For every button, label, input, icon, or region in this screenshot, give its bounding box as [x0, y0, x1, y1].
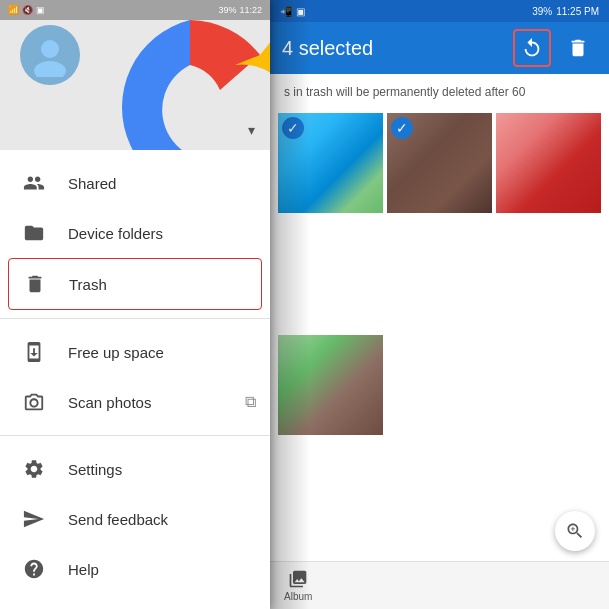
- battery-right: 39%: [532, 6, 552, 17]
- google-logo-bg: [90, 10, 270, 150]
- dropdown-arrow-icon[interactable]: ▾: [248, 122, 255, 138]
- shared-icon: [20, 172, 48, 194]
- trash-label: Trash: [69, 276, 107, 293]
- info-bar: s in trash will be permanently deleted a…: [270, 74, 609, 105]
- toolbar: 4 selected: [270, 22, 609, 74]
- shared-label: Shared: [68, 175, 116, 192]
- menu-divider-1: [0, 318, 270, 319]
- photo-thumb-3: [496, 113, 601, 213]
- profile-icon: [28, 33, 72, 77]
- menu-divider-2: [0, 435, 270, 436]
- sidebar-item-trash[interactable]: Trash: [8, 258, 262, 310]
- send-feedback-label: Send feedback: [68, 511, 168, 528]
- drawer-header: 📶🔇▣ 39% 11:22 ▾: [0, 0, 270, 150]
- trash-icon: [21, 273, 49, 295]
- sidebar-item-help[interactable]: Help: [0, 544, 270, 594]
- photo-item-1[interactable]: ✓: [278, 113, 383, 331]
- device-folders-icon: [20, 222, 48, 244]
- settings-icon: [20, 458, 48, 480]
- zoom-fab[interactable]: [555, 511, 595, 551]
- info-text: s in trash will be permanently deleted a…: [284, 85, 525, 99]
- sidebar-item-send-feedback[interactable]: Send feedback: [0, 494, 270, 544]
- album-button[interactable]: Album: [284, 569, 312, 602]
- restore-button[interactable]: [513, 29, 551, 67]
- battery-time-right: 39% 11:25 PM: [532, 6, 599, 17]
- album-label: Album: [284, 591, 312, 602]
- drawer-menu: Shared Device folders Trash Free up spac…: [0, 150, 270, 609]
- help-label: Help: [68, 561, 99, 578]
- selected-count: 4 selected: [282, 37, 373, 60]
- device-folders-label: Device folders: [68, 225, 163, 242]
- drawer-panel: 📶🔇▣ 39% 11:22 ▾: [0, 0, 270, 609]
- avatar[interactable]: [20, 25, 80, 85]
- album-icon: [288, 569, 308, 589]
- sidebar-item-device-folders[interactable]: Device folders: [0, 208, 270, 258]
- free-up-space-icon: [20, 341, 48, 363]
- toolbar-actions: [513, 29, 597, 67]
- delete-button[interactable]: [559, 29, 597, 67]
- bottom-bar: Album: [270, 561, 609, 609]
- sidebar-item-scan-photos[interactable]: Scan photos ⧉: [0, 377, 270, 427]
- help-icon: [20, 558, 48, 580]
- svg-point-2: [34, 61, 66, 77]
- delete-icon: [567, 37, 589, 59]
- sidebar-item-shared[interactable]: Shared: [0, 158, 270, 208]
- photo-item-3[interactable]: [496, 113, 601, 331]
- main-panel: 📲▣ 39% 11:25 PM 4 selected s in trash wi…: [270, 0, 609, 609]
- photo-thumb-4: [278, 335, 383, 435]
- scan-photos-label: Scan photos: [68, 394, 151, 411]
- photo-check-2: ✓: [391, 117, 413, 139]
- restore-icon: [521, 37, 543, 59]
- signal-icons-right: 📲▣: [280, 6, 305, 17]
- scan-photos-icon: [20, 391, 48, 413]
- photo-grid: ✓ ✓: [270, 105, 609, 561]
- photo-item-2[interactable]: ✓: [387, 113, 492, 331]
- svg-point-1: [41, 40, 59, 58]
- external-link-icon: ⧉: [245, 393, 256, 411]
- zoom-icon: [565, 521, 585, 541]
- status-bar-right: 📲▣ 39% 11:25 PM: [270, 0, 609, 22]
- settings-label: Settings: [68, 461, 122, 478]
- photo-item-4[interactable]: [278, 335, 383, 553]
- sidebar-item-settings[interactable]: Settings: [0, 444, 270, 494]
- sidebar-item-free-up-space[interactable]: Free up space: [0, 327, 270, 377]
- send-feedback-icon: [20, 508, 48, 530]
- signal-icons: 📶🔇▣: [8, 5, 45, 15]
- free-up-space-label: Free up space: [68, 344, 164, 361]
- time-right: 11:25 PM: [556, 6, 599, 17]
- photo-check-1: ✓: [282, 117, 304, 139]
